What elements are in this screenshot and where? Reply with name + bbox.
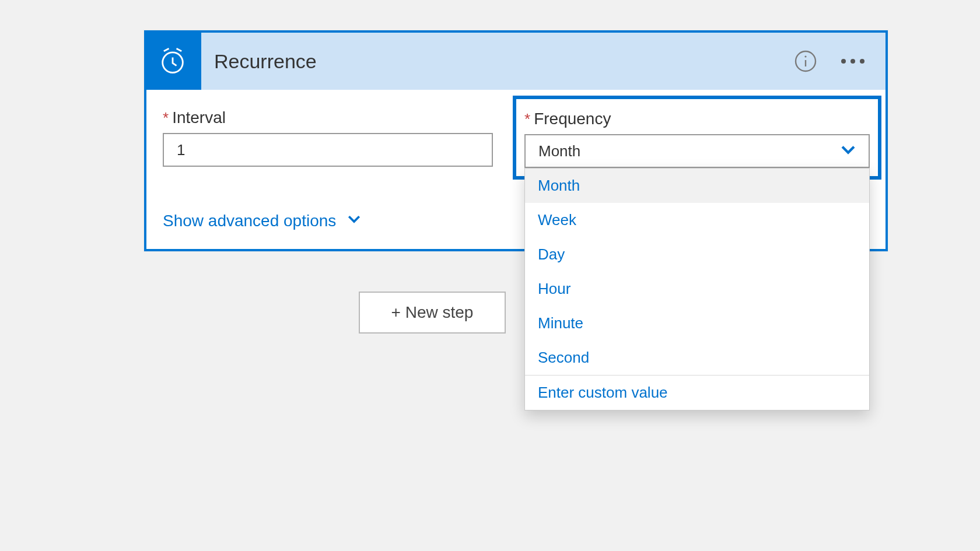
- recurrence-icon: [144, 30, 201, 90]
- frequency-option[interactable]: Month: [525, 169, 869, 203]
- frequency-option[interactable]: Minute: [525, 306, 869, 341]
- frequency-select[interactable]: Month MonthWeekDayHourMinuteSecondEnter …: [524, 134, 870, 168]
- card-title: Recurrence: [214, 50, 793, 73]
- frequency-dropdown: MonthWeekDayHourMinuteSecondEnter custom…: [524, 168, 870, 410]
- interval-label: *Interval: [163, 108, 493, 127]
- frequency-field: *Frequency Month MonthWeekDayHourMinuteS…: [513, 96, 881, 180]
- interval-field: *Interval: [163, 108, 493, 167]
- required-star: *: [163, 109, 169, 127]
- info-icon[interactable]: [793, 49, 818, 73]
- new-step-label: + New step: [391, 303, 474, 322]
- new-step-button[interactable]: + New step: [359, 292, 506, 334]
- frequency-selected-value: Month: [538, 142, 580, 160]
- svg-point-2: [804, 55, 806, 57]
- required-star: *: [524, 110, 530, 128]
- frequency-label: *Frequency: [524, 110, 870, 128]
- recurrence-card: Recurrence *Interval: [144, 30, 888, 251]
- chevron-down-icon: [838, 139, 858, 163]
- frequency-select-display[interactable]: Month: [524, 134, 870, 168]
- frequency-option[interactable]: Hour: [525, 272, 869, 306]
- chevron-down-icon: [345, 210, 363, 231]
- show-advanced-label: Show advanced options: [163, 212, 336, 230]
- more-icon[interactable]: [836, 54, 869, 68]
- card-header: Recurrence: [146, 33, 886, 90]
- frequency-custom-value[interactable]: Enter custom value: [525, 375, 869, 410]
- frequency-label-text: Frequency: [534, 110, 611, 128]
- frequency-option[interactable]: Day: [525, 237, 869, 272]
- frequency-option[interactable]: Week: [525, 203, 869, 237]
- frequency-option[interactable]: Second: [525, 341, 869, 375]
- card-body: *Interval Show advanced options *Frequen…: [146, 90, 886, 249]
- interval-label-text: Interval: [172, 108, 226, 127]
- interval-input[interactable]: [163, 133, 493, 167]
